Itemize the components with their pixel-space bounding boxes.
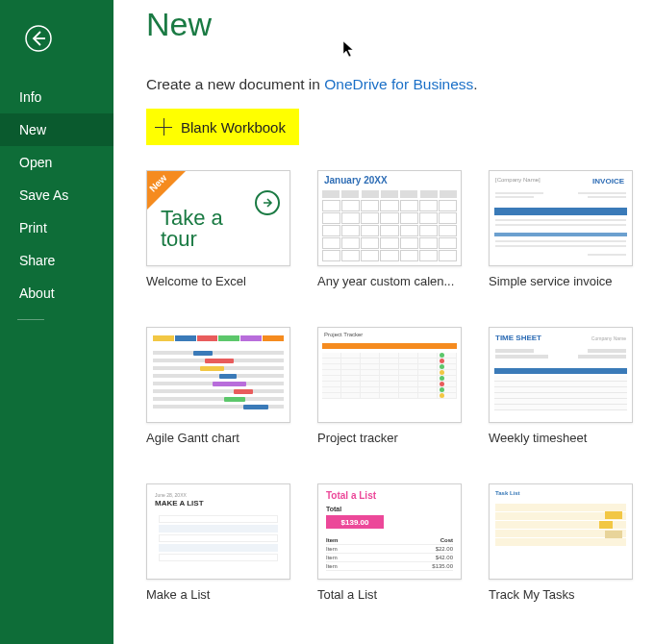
template-simple-service-invoice[interactable]: [Company Name] INVOICE Simple service in… — [489, 170, 633, 288]
template-thumbnail: Task List — [489, 483, 633, 580]
template-make-a-list[interactable]: June 28, 20XX MAKE A LIST Make a List — [146, 483, 290, 602]
template-label: Welcome to Excel — [146, 274, 290, 288]
template-label: Total a List — [317, 587, 462, 602]
template-label: Weekly timesheet — [489, 431, 633, 445]
template-welcome-to-excel[interactable]: New Take atour Welcome to Excel — [146, 170, 290, 288]
template-label: Agile Gantt chart — [146, 431, 290, 445]
sidebar-item-new[interactable]: New — [0, 113, 113, 146]
sidebar-item-about[interactable]: About — [0, 277, 113, 310]
sidebar-separator — [17, 319, 44, 320]
template-thumbnail — [146, 327, 290, 423]
template-thumbnail: Total a List Total $139.00 ItemCost Item… — [317, 483, 462, 580]
calendar-month-title: January 20XX — [324, 175, 388, 186]
template-thumbnail: TIME SHEET Company Name — [489, 327, 633, 423]
sidebar-item-share[interactable]: Share — [0, 244, 113, 277]
project-tracker-title: Project Tracker — [324, 332, 363, 337]
onedrive-link[interactable]: OneDrive for Business — [324, 76, 473, 92]
tour-text: Take atour — [161, 208, 223, 250]
total-value: $139.00 — [326, 515, 384, 529]
template-label: Simple service invoice — [489, 274, 633, 288]
template-total-a-list[interactable]: Total a List Total $139.00 ItemCost Item… — [317, 483, 462, 602]
timesheet-company: Company Name — [591, 335, 626, 341]
create-prefix: Create a new document in — [146, 76, 324, 92]
template-any-year-calendar[interactable]: January 20XX Any year custom calen... — [317, 170, 462, 288]
template-label: Track My Tasks — [489, 587, 633, 602]
create-in-onedrive-line: Create a new document in OneDrive for Bu… — [146, 76, 631, 93]
page-title: New — [146, 6, 631, 43]
template-label: Any year custom calen... — [317, 274, 462, 288]
template-agile-gantt-chart[interactable]: Agile Gantt chart — [146, 327, 290, 445]
sidebar-nav: Info New Open Save As Print Share About — [0, 81, 113, 320]
back-arrow-icon — [24, 24, 53, 53]
sidebar-item-save-as[interactable]: Save As — [0, 179, 113, 211]
backstage-sidebar: Info New Open Save As Print Share About — [0, 0, 113, 644]
invoice-company: [Company Name] — [495, 177, 541, 183]
main-pane: New Create a new document in OneDrive fo… — [113, 0, 654, 644]
timesheet-title: TIME SHEET — [495, 334, 541, 342]
list-date: June 28, 20XX — [155, 492, 187, 498]
sidebar-item-info[interactable]: Info — [0, 81, 113, 113]
blank-workbook-label: Blank Workbook — [181, 119, 286, 136]
template-label: Make a List — [146, 587, 290, 602]
template-thumbnail: June 28, 20XX MAKE A LIST — [146, 483, 290, 580]
template-thumbnail: January 20XX — [317, 170, 462, 266]
template-weekly-timesheet[interactable]: TIME SHEET Company Name Weekly timesheet — [489, 327, 633, 445]
template-track-my-tasks[interactable]: Task List Track My Tasks — [489, 483, 633, 602]
sidebar-item-print[interactable]: Print — [0, 211, 113, 244]
template-thumbnail: Project Tracker — [317, 327, 462, 423]
template-thumbnail: [Company Name] INVOICE — [489, 170, 633, 266]
template-project-tracker[interactable]: Project Tracker Project tracker — [317, 327, 462, 445]
total-label: Total — [326, 506, 341, 512]
create-suffix: . — [473, 76, 477, 92]
sidebar-item-open[interactable]: Open — [0, 146, 113, 179]
new-badge: New — [147, 171, 186, 210]
total-list-title: Total a List — [326, 490, 376, 501]
plus-icon — [152, 115, 175, 138]
template-grid: New Take atour Welcome to Excel January … — [146, 170, 631, 602]
template-label: Project tracker — [317, 431, 462, 445]
blank-workbook-button[interactable]: Blank Workbook — [146, 109, 299, 145]
arrow-right-icon — [255, 190, 280, 215]
tasks-title: Task List — [495, 490, 520, 496]
list-title: MAKE A LIST — [155, 499, 204, 508]
template-thumbnail: New Take atour — [146, 170, 290, 266]
invoice-title: INVOICE — [592, 177, 624, 186]
back-button[interactable] — [17, 17, 60, 60]
